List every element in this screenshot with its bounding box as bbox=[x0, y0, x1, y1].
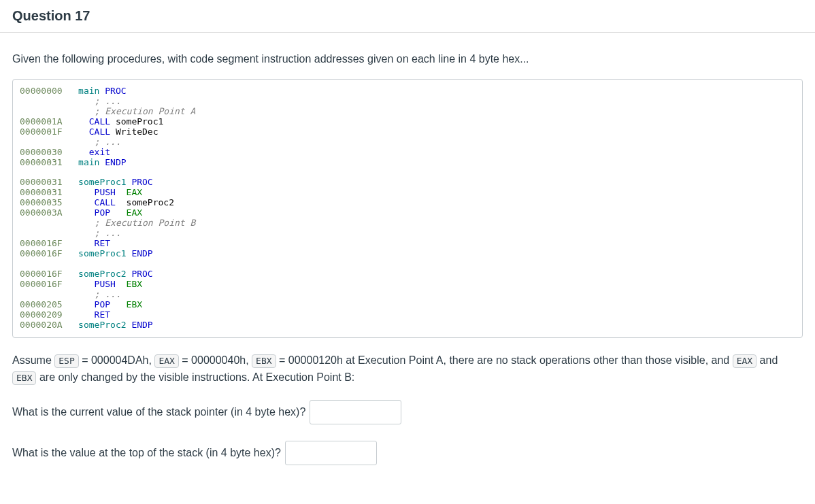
text: are only changed by the visible instruct… bbox=[36, 371, 354, 383]
register-chip-eax: EAX bbox=[733, 354, 756, 368]
code-block: 00000000 main PROC ; ... ; Execution Poi… bbox=[12, 79, 803, 338]
question-title: Question 17 bbox=[12, 8, 803, 24]
question-2: What is the value at the top of the stac… bbox=[12, 441, 803, 465]
question-1-text: What is the current value of the stack p… bbox=[12, 406, 305, 418]
register-chip-ebx: EBX bbox=[252, 354, 276, 368]
answer-input-2[interactable] bbox=[285, 441, 377, 465]
question-2-text: What is the value at the top of the stac… bbox=[12, 447, 281, 459]
register-chip-eax: EAX bbox=[154, 354, 178, 368]
question-content: Given the following procedures, with cod… bbox=[0, 33, 815, 504]
register-chip-esp: ESP bbox=[54, 354, 78, 368]
text: Assume bbox=[12, 354, 54, 366]
assumption-paragraph: Assume ESP = 000004DAh, EAX = 00000040h,… bbox=[12, 352, 803, 386]
register-chip-ebx: EBX bbox=[12, 371, 36, 385]
intro-text: Given the following procedures, with cod… bbox=[12, 53, 803, 65]
text: = 00000040h, bbox=[179, 354, 252, 366]
question-header: Question 17 bbox=[0, 0, 815, 33]
text: and bbox=[756, 354, 778, 366]
question-1: What is the current value of the stack p… bbox=[12, 400, 803, 424]
answer-input-1[interactable] bbox=[310, 400, 401, 424]
text: = 00000120h at Execution Point A, there … bbox=[276, 354, 733, 366]
text: = 000004DAh, bbox=[79, 354, 155, 366]
